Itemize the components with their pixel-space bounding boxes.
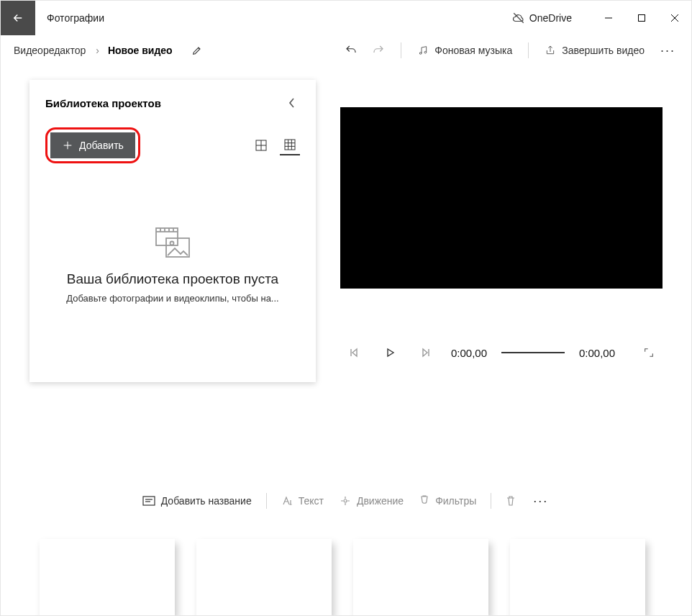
add-media-label: Добавить — [79, 140, 124, 151]
library-title: Библиотека проектов — [45, 97, 161, 109]
media-library-icon — [155, 227, 191, 258]
svg-rect-17 — [156, 228, 178, 245]
command-bar: Видеоредактор › Новое видео Фоновая музы… — [1, 35, 691, 65]
onedrive-label: OneDrive — [529, 12, 572, 24]
delete-clip-button[interactable] — [500, 492, 522, 509]
redo-button[interactable] — [366, 41, 391, 60]
svg-rect-2 — [639, 15, 645, 22]
svg-point-5 — [420, 53, 422, 55]
svg-point-24 — [170, 241, 174, 245]
filters-label: Фильтры — [435, 495, 476, 507]
text-button[interactable]: Текст — [276, 492, 329, 509]
svg-rect-12 — [285, 140, 295, 150]
background-music-label: Фоновая музыка — [434, 45, 512, 56]
play-button[interactable] — [379, 342, 401, 363]
cloud-icon — [512, 12, 525, 24]
maximize-button[interactable] — [625, 1, 658, 35]
prev-frame-button[interactable] — [343, 342, 365, 363]
plus-icon — [62, 140, 73, 151]
main-area: Библиотека проектов Добавить — [1, 65, 691, 474]
clip-slot[interactable] — [196, 539, 332, 615]
chevron-right-icon: › — [93, 45, 102, 56]
motion-button[interactable]: Движение — [334, 492, 409, 509]
text-label: Текст — [299, 495, 324, 507]
view-small-grid-button[interactable] — [280, 135, 300, 155]
next-frame-button[interactable] — [415, 342, 437, 363]
player-controls: 0:00,00 0:00,00 — [340, 342, 663, 363]
library-empty-heading: Ваша библиотека проектов пуста — [67, 271, 278, 287]
clip-slot[interactable] — [353, 539, 488, 615]
more-button[interactable]: ··· — [653, 40, 683, 61]
onedrive-button[interactable]: OneDrive — [512, 12, 572, 24]
text-icon — [281, 496, 293, 506]
motion-icon — [340, 495, 351, 507]
close-button[interactable] — [658, 1, 691, 35]
pencil-icon — [191, 45, 203, 56]
preview-pane: 0:00,00 0:00,00 — [322, 65, 691, 474]
svg-rect-27 — [143, 497, 155, 505]
finish-video-label: Завершить видео — [562, 45, 645, 56]
storyboard[interactable] — [1, 517, 691, 615]
finish-video-button[interactable]: Завершить видео — [539, 42, 650, 59]
seek-track[interactable] — [501, 352, 565, 353]
add-title-card-label: Добавить название — [161, 495, 252, 507]
library-empty-state: Ваша библиотека проектов пуста Добавьте … — [45, 163, 300, 366]
library-panel: Библиотека проектов Добавить — [29, 80, 316, 382]
video-preview[interactable] — [340, 107, 663, 289]
window-controls — [592, 1, 691, 35]
titlebar: Фотографии OneDrive — [1, 1, 691, 35]
title-card-icon — [142, 496, 155, 506]
breadcrumb-video-editor[interactable]: Видеоредактор — [9, 42, 90, 59]
filters-icon — [419, 495, 429, 507]
filters-button[interactable]: Фильтры — [414, 492, 482, 509]
minimize-button[interactable] — [592, 1, 625, 35]
collapse-library-button[interactable] — [284, 93, 300, 113]
app-title: Фотографии — [47, 12, 104, 24]
library-empty-subtext: Добавьте фотографии и видеоклипы, чтобы … — [66, 293, 278, 304]
project-name[interactable]: Новое видео — [105, 42, 176, 59]
music-icon — [417, 45, 429, 56]
background-music-button[interactable]: Фоновая музыка — [411, 42, 518, 59]
highlight-ring: Добавить — [45, 127, 140, 163]
view-large-grid-button[interactable] — [251, 135, 271, 155]
storyboard-toolbar: Добавить название Текст Движение Фильтры… — [1, 484, 691, 517]
export-icon — [545, 45, 556, 56]
clip-slot[interactable] — [40, 539, 175, 615]
back-button[interactable] — [1, 1, 35, 35]
current-time: 0:00,00 — [451, 347, 487, 359]
fullscreen-button[interactable] — [638, 342, 660, 363]
clip-slot[interactable] — [510, 539, 645, 615]
storyboard-more-button[interactable]: ··· — [526, 491, 555, 512]
undo-button[interactable] — [339, 41, 363, 60]
total-time: 0:00,00 — [579, 347, 615, 359]
add-media-button[interactable]: Добавить — [50, 132, 135, 158]
motion-label: Движение — [357, 495, 404, 507]
add-title-card-button[interactable]: Добавить название — [137, 492, 258, 509]
svg-point-6 — [424, 51, 427, 53]
svg-point-32 — [344, 499, 347, 502]
rename-button[interactable] — [186, 42, 209, 59]
